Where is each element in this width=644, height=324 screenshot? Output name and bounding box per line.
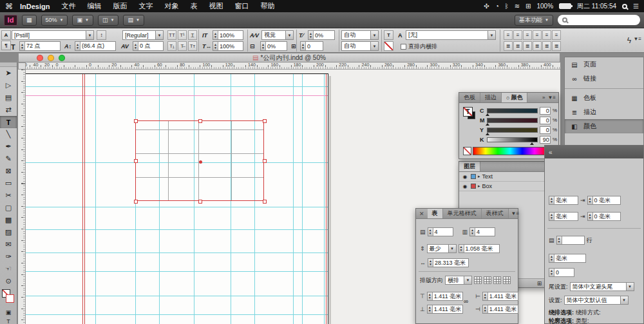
slider-track-C[interactable] <box>487 108 538 113</box>
stepper[interactable] <box>428 292 433 300</box>
control-panel-menu-icon[interactable]: ▼≡ <box>633 36 641 42</box>
fill-proxy-swatch[interactable]: T <box>463 107 473 117</box>
spacing-right-field[interactable]: 0 毫米 <box>587 212 621 221</box>
stepper[interactable] <box>588 213 593 220</box>
expand-dock-icon[interactable]: « <box>549 149 553 156</box>
dock-panel-header[interactable]: « <box>545 146 643 158</box>
slider-value-Y[interactable]: 0 <box>540 126 551 134</box>
character-colour-select[interactable]: [无]▼ <box>406 30 496 40</box>
all-caps-icon[interactable]: TT <box>167 30 176 40</box>
menu-item-4[interactable]: 对象 <box>158 1 184 11</box>
justify-center-icon[interactable]: ≡ <box>542 30 551 40</box>
char-align-after-select[interactable]: 自动▼ <box>341 41 379 51</box>
inset-right-field[interactable]: 1.411 毫米 <box>482 305 518 314</box>
tracking-field[interactable]: 0 点 <box>133 41 164 51</box>
disclosure-icon[interactable]: ▸ <box>478 184 480 189</box>
dock-item-links[interactable]: ∞链接 <box>565 71 643 86</box>
direct-selection-tool[interactable]: ▷ <box>0 79 17 91</box>
menu-item-8[interactable]: 帮助 <box>254 1 280 11</box>
kerning-select[interactable]: 视觉▼ <box>261 30 294 40</box>
superscript-icon[interactable]: T¹ <box>178 30 187 40</box>
cell-align-justify-icon[interactable] <box>503 276 511 284</box>
clock-icon[interactable]: ◔ <box>495 3 499 10</box>
quick-apply-icon[interactable]: ϟ <box>627 36 631 45</box>
stepper[interactable] <box>213 31 218 39</box>
disclosure-icon[interactable]: ▸ <box>478 174 480 179</box>
align-left-icon[interactable]: ≡ <box>504 30 513 40</box>
tatechuyoko-checkbox[interactable]: 直排内横排 <box>401 43 437 51</box>
stepper[interactable] <box>588 196 593 204</box>
align-left-icon-vertical[interactable]: ≣ <box>504 41 513 51</box>
inset-left-field[interactable]: 1.411 毫米 <box>482 292 518 301</box>
stepper[interactable] <box>549 269 554 276</box>
slider-value-C[interactable]: 0 <box>540 107 551 115</box>
zoom-tool[interactable]: ⊙ <box>0 275 17 287</box>
direction-select[interactable]: 横排▼ <box>445 276 472 285</box>
character-formatting-button[interactable]: A <box>1 30 11 40</box>
spacing-right-field[interactable]: 0 毫米 <box>587 196 621 205</box>
new-layer-icon[interactable]: ⊞ <box>537 280 542 287</box>
horizontal-guide[interactable] <box>26 271 328 272</box>
stepper[interactable] <box>483 305 488 313</box>
slider-track-M[interactable] <box>487 118 538 123</box>
stepper[interactable] <box>213 42 218 50</box>
justify-full-icon[interactable]: ≡ <box>552 30 561 40</box>
extra-field-1[interactable]: 毫米 <box>549 254 586 263</box>
spacing-left-field[interactable]: 毫米 <box>549 212 578 221</box>
proportional-spacing-field[interactable]: 0% <box>260 41 287 51</box>
skew-field[interactable]: 0% <box>308 30 335 40</box>
vertical-guide[interactable] <box>324 74 325 324</box>
table-columns-field[interactable]: 4 <box>469 227 495 236</box>
spacing-left-field[interactable]: 毫米 <box>549 196 578 205</box>
gradient-feather-tool[interactable]: ▨ <box>0 226 17 238</box>
strikethrough-icon[interactable]: T̶ <box>178 41 187 51</box>
vertical-guide[interactable] <box>95 74 96 324</box>
horizontal-guide[interactable] <box>26 86 328 87</box>
dock-item-swatches[interactable]: ▦色板 <box>565 91 643 105</box>
slider-marker[interactable] <box>486 123 489 126</box>
tab-cell-styles[interactable]: 单元格样式 <box>443 209 482 218</box>
inset-top-field[interactable]: 1.411 毫米 <box>427 292 463 301</box>
document-titlebar[interactable]: ▤*公司内刊.indd @ 50% <box>18 53 560 62</box>
notification-center-icon[interactable]: ☰ <box>633 3 639 10</box>
margin-guide[interactable] <box>26 95 328 96</box>
type-tool[interactable]: T <box>0 116 17 128</box>
justify-center-icon-vertical[interactable]: ≣ <box>542 41 551 51</box>
pen-tool[interactable]: ✒ <box>0 140 17 153</box>
char-align-before-select[interactable]: 自动▼ <box>341 30 379 40</box>
selection-handle[interactable] <box>263 119 267 123</box>
menu-item-2[interactable]: 版面 <box>107 1 133 11</box>
tab-color[interactable]: ○颜色 <box>502 93 527 102</box>
pencil-tool[interactable]: ✎ <box>0 153 17 165</box>
column-width-field[interactable]: 28.313 毫米 <box>428 258 469 267</box>
selected-table-frame[interactable] <box>135 120 264 201</box>
slider-marker[interactable] <box>486 113 489 116</box>
stepper[interactable] <box>549 213 554 220</box>
paragraph-formatting-button[interactable]: ¶ <box>1 41 11 50</box>
stepper[interactable] <box>75 42 80 50</box>
slider-track-Y[interactable] <box>487 128 538 133</box>
slider-marker[interactable] <box>486 133 489 135</box>
scissors-tool[interactable]: ✂ <box>0 189 17 202</box>
slider-marker[interactable] <box>530 142 534 145</box>
gap-tool[interactable]: ⇄ <box>0 104 17 116</box>
spotlight-icon[interactable] <box>622 4 627 9</box>
leading-field[interactable]: (86.4 点) <box>75 41 116 51</box>
fill-color-button[interactable]: T <box>384 30 393 40</box>
cell-align-top-icon[interactable] <box>474 276 482 284</box>
arrange-documents-button[interactable]: ▤▼ <box>123 15 144 26</box>
align-right-icon-vertical[interactable]: ≣ <box>523 41 532 51</box>
stepper[interactable] <box>549 254 554 262</box>
stepper[interactable] <box>428 305 433 313</box>
rectangle-frame-tool[interactable]: ⊠ <box>0 165 17 177</box>
dock-item-pages[interactable]: ▤页面 <box>565 57 643 71</box>
format-container-button[interactable]: ▣ <box>0 308 17 317</box>
free-transform-tool[interactable]: ▢ <box>0 202 17 214</box>
cell-align-bottom-icon[interactable] <box>493 276 501 284</box>
format-text-button[interactable]: T <box>0 317 17 324</box>
font-size-field[interactable]: 72 点 <box>19 41 61 51</box>
display-icon[interactable]: ⊞ <box>526 3 531 10</box>
justify-left-icon-vertical[interactable]: ≣ <box>533 41 542 51</box>
gradient-tool[interactable]: ▩ <box>0 214 17 226</box>
dock-item-color[interactable]: ◧颜色 <box>565 119 643 133</box>
